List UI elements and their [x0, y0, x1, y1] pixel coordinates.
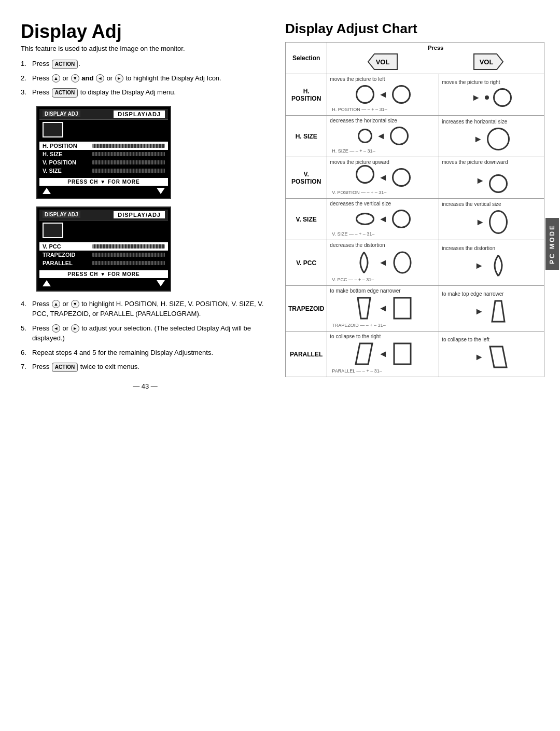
right-icon-2: ►	[71, 324, 79, 333]
menu-item-v-pcc: V. PCC	[39, 242, 168, 251]
menu-cursor-2	[39, 220, 168, 240]
svg-rect-9	[394, 343, 411, 364]
arrow-left-2: ◄	[376, 131, 386, 142]
scale-v-position: V. POSITION — – + – 31–	[330, 190, 436, 196]
shapes-v-pcc: ◄	[330, 248, 436, 277]
shapes-h-size: ◄	[330, 123, 436, 148]
right-column: Display Adjust Chart Selection Press	[285, 21, 544, 377]
arrow-right-7: ►	[474, 352, 484, 363]
circle-small-1	[358, 129, 372, 143]
circle-3	[493, 88, 512, 107]
scale-parallel: PARALLEL — – + – 31–	[330, 368, 436, 375]
cell-h-position-right: moves the picture to right ►	[439, 74, 544, 116]
menu-item-bar-5	[92, 244, 165, 249]
col-header-selection: Selection	[286, 43, 327, 74]
menu-arrows-1	[39, 186, 168, 196]
menu-item-bar-7	[92, 261, 165, 265]
menu-header-2: DISPLAY ADJ DISPLAY/ADJ	[39, 210, 168, 220]
row-v-pcc: V. PCC decreases the distortion ◄	[286, 240, 544, 286]
desc-parallel-right: to collapse to the left	[442, 337, 541, 342]
lower-steps-list: 4. Press ▲ or ▼ to highlight H. POSITION…	[21, 299, 270, 372]
pc-mode-tab: PC MODE	[545, 218, 559, 270]
desc-h-position-left: moves the picture to left	[330, 76, 436, 82]
label-v-position: V. POSITION	[286, 157, 327, 199]
arrow-right-1: ►	[471, 92, 481, 103]
step-1: 1. Press ACTION.	[21, 59, 270, 69]
left-column: Display Adj This feature is used to adju…	[21, 21, 270, 710]
label-h-size: H. SIZE	[286, 116, 327, 157]
right-icon: ►	[115, 74, 123, 82]
scale-v-size: V. SIZE — – + – 31–	[330, 231, 436, 238]
cell-h-position-left: moves the picture to left ◄ H. POSITION …	[327, 74, 439, 116]
menu-items-2: V. PCC TRAPEZOID PARALLEL	[39, 240, 168, 269]
svg-marker-10	[490, 347, 507, 367]
step-6-content: Repeat steps 4 and 5 for the remaining D…	[32, 348, 270, 358]
desc-trapezoid-right: to make top edge narrower	[442, 291, 541, 297]
row-trapezoid: TRAPEZOID to make bottom edge narrower ◄	[286, 286, 544, 332]
shapes-h-position-right: ►	[442, 85, 541, 110]
scale-h-size: H. SIZE — – + – 31–	[330, 148, 436, 155]
menu-item-h-position: H. POSITION	[39, 142, 168, 150]
desc-v-position-right: moves the picture downward	[442, 159, 541, 165]
arrow-left-1: ◄	[379, 89, 388, 100]
circle-up-1	[356, 165, 374, 184]
action-button-icon-3: ACTION	[52, 363, 78, 372]
menu-item-v-position: V. POSITION	[39, 158, 168, 167]
action-button-icon-1: ACTION	[52, 60, 78, 69]
intro-text: This feature is used to adjust the image…	[21, 45, 270, 52]
cell-trapezoid-right: to make top edge narrower ►	[439, 286, 544, 332]
scale-trapezoid: TRAPEZOID — – + – 31–	[330, 323, 436, 329]
svg-marker-8	[356, 343, 372, 364]
trap-shape-left	[354, 297, 374, 320]
arrow-down-icon-2	[157, 280, 165, 286]
arrow-left-4: ◄	[379, 214, 388, 225]
menu-item-bar-6	[92, 253, 165, 257]
menu-right-label-2: DISPLAY/ADJ	[114, 211, 165, 218]
menu-right-label-1: DISPLAY/ADJ	[114, 111, 165, 118]
cursor-box-2	[43, 223, 63, 238]
step-3-content: Press ACTION to display the Display Adj …	[32, 87, 270, 98]
row-parallel: PARALLEL to collapse to the right ◄	[286, 332, 544, 377]
menu-header-1: DISPLAY ADJ DISPLAY/ADJ	[39, 109, 168, 120]
svg-point-4	[394, 252, 411, 273]
shapes-v-pcc-right: ►	[442, 251, 541, 280]
menu-item-label-1: H. POSITION	[43, 143, 89, 149]
step-2-num: 2.	[21, 73, 32, 84]
shapes-h-size-right: ►	[442, 125, 541, 154]
page-number: — 43 —	[21, 382, 270, 390]
dot-1	[485, 95, 489, 100]
circle-center-1	[392, 168, 411, 187]
step-7-content: Press ACTION twice to exit menus.	[32, 362, 270, 372]
label-v-size: V. SIZE	[286, 199, 327, 240]
menu-press-line-2: PRESS CH ▼ FOR MORE	[39, 270, 168, 278]
svg-text:VOL: VOL	[480, 58, 494, 66]
circle-tall-1	[489, 210, 508, 234]
arrow-left-3: ◄	[379, 172, 388, 183]
arrow-left-5: ◄	[379, 257, 388, 268]
down-icon-2: ▼	[71, 300, 79, 308]
cell-v-pcc-right: increases the distortion ►	[439, 240, 544, 286]
step-7-num: 7.	[21, 362, 32, 372]
arrow-up-icon-1	[43, 188, 51, 194]
step-1-num: 1.	[21, 59, 32, 69]
step-3-num: 3.	[21, 87, 32, 98]
label-h-position: H. POSITION	[286, 74, 327, 116]
circle-2	[392, 85, 411, 104]
desc-v-size-right: increases the vertical size	[442, 201, 541, 207]
press-label: Press	[330, 45, 541, 51]
menu-item-bar-3	[92, 160, 165, 164]
label-v-pcc: V. PCC	[286, 240, 327, 286]
col-header-press: Press VOL	[327, 43, 544, 74]
step-1-content: Press ACTION.	[32, 59, 270, 69]
menu-item-label-5: V. PCC	[43, 243, 89, 250]
step-4: 4. Press ▲ or ▼ to highlight H. POSITION…	[21, 299, 270, 319]
shapes-trapezoid: ◄	[330, 294, 436, 323]
shapes-parallel: ◄	[330, 339, 436, 368]
desc-h-size-right: increases the horizontal size	[442, 119, 541, 125]
pcc-shape-right	[488, 254, 509, 277]
left-icon: ◄	[96, 74, 104, 82]
row-h-size: H. SIZE decreases the horizontal size ◄ …	[286, 116, 544, 157]
desc-v-position-left: moves the picture upward	[330, 159, 436, 165]
arrow-right-6: ►	[474, 306, 484, 317]
circle-med-1	[390, 127, 409, 145]
